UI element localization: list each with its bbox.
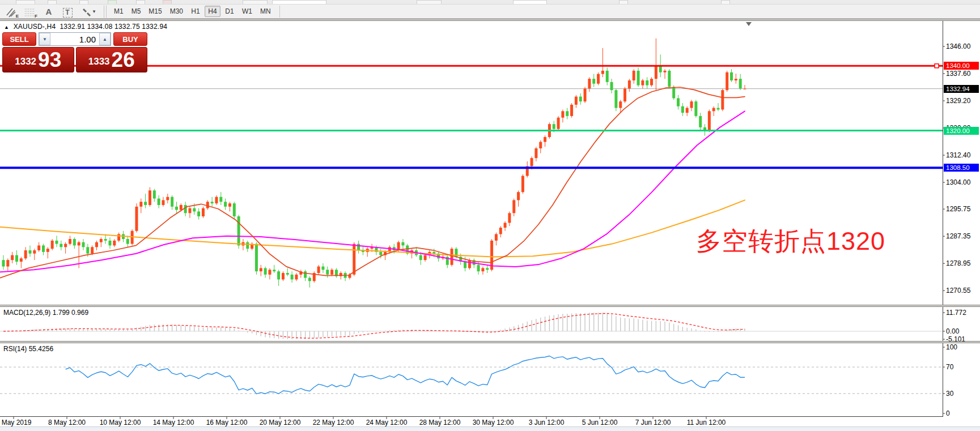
ohlc-values: 1332.91 1334.08 1332.75 1332.94 <box>60 23 167 31</box>
status-bar <box>0 426 980 431</box>
collapse-panel-arrow[interactable]: ▲ <box>4 24 9 30</box>
ask-price-box[interactable]: 1333 26 <box>76 47 148 72</box>
rsi-axis-tick: 70 <box>946 363 979 371</box>
one-click-trading-panel: SELL ▼ 1.00 ▲ BUY 1332 93 1333 26 <box>2 32 147 72</box>
ask-price-major: 1333 <box>88 53 110 70</box>
date-axis-tick: 6 May 2019 <box>0 419 31 426</box>
macd-axis-tick: 0.00 <box>946 327 979 335</box>
rsi-pane-label: RSI(14) 55.4256 <box>3 345 53 353</box>
price-axis-tick: 1295.75 <box>946 205 979 213</box>
pane-separator[interactable] <box>0 341 980 343</box>
buy-button[interactable]: BUY <box>113 32 147 46</box>
price-axis-tick: 1278.95 <box>946 259 979 267</box>
date-axis-tick: 7 Jun 12:00 <box>635 419 671 426</box>
price-level-tag: 1340.00 <box>944 62 979 70</box>
rsi-axis-tick: 0 <box>946 409 979 417</box>
date-axis-tick: 11 Jun 12:00 <box>687 419 726 426</box>
date-axis-tick: 8 May 12:00 <box>48 419 86 426</box>
date-axis-tick: 22 May 12:00 <box>313 419 354 426</box>
macd-pane-label: MACD(12,26,9) 1.799 0.969 <box>3 309 88 317</box>
date-axis-tick: 30 May 12:00 <box>473 419 514 426</box>
price-level-tag: 1308.50 <box>944 164 979 172</box>
volume-up-icon[interactable]: ▲ <box>99 33 111 45</box>
sell-button[interactable]: SELL <box>2 32 36 46</box>
symbol-ohlc-line: ▲ XAUUSD-,H4 1332.91 1334.08 1332.75 133… <box>4 23 167 31</box>
bid-price-minor: 93 <box>38 49 61 70</box>
volume-input[interactable]: 1.00 <box>50 33 99 45</box>
date-axis-tick: 14 May 12:00 <box>153 419 194 426</box>
macd-axis-tick: 11.772 <box>946 309 979 317</box>
ask-price-minor: 26 <box>112 49 135 70</box>
rsi-axis-tick: 100 <box>946 343 979 351</box>
date-axis-tick: 3 Jun 12:00 <box>529 419 565 426</box>
macd-axis-tick: -5.101 <box>946 335 979 343</box>
price-level-tag: 1320.00 <box>944 127 979 135</box>
chart-annotation-text: 多空转折点1320 <box>696 224 885 258</box>
date-axis-tick: 10 May 12:00 <box>100 419 141 426</box>
price-axis-tick: 1287.35 <box>946 232 979 240</box>
symbol-title: XAUUSD-,H4 <box>14 23 56 31</box>
volume-down-icon[interactable]: ▼ <box>39 33 50 45</box>
volume-stepper: ▼ 1.00 ▲ <box>39 32 111 46</box>
pane-separator[interactable] <box>0 305 980 307</box>
price-axis-tick: 1346.00 <box>946 42 979 50</box>
date-axis-tick: 24 May 12:00 <box>366 419 408 426</box>
price-axis-tick: 1312.40 <box>946 151 979 159</box>
price-axis-tick: 1337.60 <box>946 70 979 78</box>
mt4-window: E F A T ▾ M1M5M15M30H1H4D1W1MN ▲ XAUUSD-… <box>0 0 980 431</box>
bid-price-box[interactable]: 1332 93 <box>2 47 74 72</box>
current-price-tag: 1332.94 <box>944 85 979 93</box>
date-axis-tick: 5 Jun 12:00 <box>582 419 618 426</box>
chart-shift-marker-icon[interactable] <box>746 22 752 26</box>
rsi-axis-tick: 30 <box>946 390 979 398</box>
price-axis-tick: 1329.20 <box>946 97 979 105</box>
date-axis-tick: 20 May 12:00 <box>260 419 301 426</box>
date-axis-tick: 16 May 12:00 <box>206 419 248 426</box>
date-axis-tick: 28 May 12:00 <box>419 419 461 426</box>
bid-price-major: 1332 <box>15 53 36 70</box>
price-axis-tick: 1270.55 <box>946 287 979 295</box>
price-axis-tick: 1304.00 <box>946 178 979 186</box>
